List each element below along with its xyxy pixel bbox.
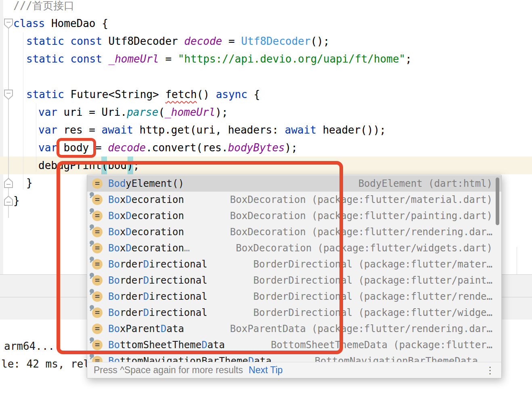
completion-name: BottomNavigationBarThemeData xyxy=(108,355,272,362)
code-line: static const Utf8Decoder decode = Utf8De… xyxy=(26,32,329,50)
code-token: HomeDao { xyxy=(45,17,108,29)
code-token: ; xyxy=(405,53,412,65)
code-token: Future<String> xyxy=(64,88,165,100)
code-token: Utf8Decoder xyxy=(102,35,184,47)
ide-window: ///首页接口class HomeDao {static const Utf8D… xyxy=(0,0,532,397)
code-token: Utf8Decoder xyxy=(241,35,310,47)
popup-scrollbar[interactable] xyxy=(496,178,499,225)
code-token: "https://api.devio.org/uapi/ft/home" xyxy=(178,53,406,65)
console-line: le: 42 ms, rel xyxy=(1,355,90,373)
code-token: parse xyxy=(127,106,158,118)
completion-name-segment: Bo xyxy=(108,355,120,362)
code-line: static const _homeUrl = "https://api.dev… xyxy=(26,50,412,68)
code-token: await xyxy=(102,124,133,136)
indent-guide xyxy=(36,103,36,172)
code-token: bodyBytes xyxy=(228,142,285,154)
code-token: var xyxy=(38,142,57,154)
code-token: uri = Uri. xyxy=(57,106,127,118)
code-token: async xyxy=(216,88,247,100)
popup-footer: Press ^Space again for more results Next… xyxy=(87,362,501,378)
code-token: ); xyxy=(215,106,228,118)
code-token: = xyxy=(159,53,178,65)
code-token: res = xyxy=(57,124,102,136)
code-token: var xyxy=(38,106,57,118)
code-token: await xyxy=(285,124,316,136)
editor-scrollbar-divider xyxy=(517,247,517,274)
completion-tail: BodyElement (dart:html) xyxy=(358,178,492,189)
completion-name-segment: D xyxy=(248,355,254,362)
code-token: class xyxy=(13,17,45,29)
code-token: _homeUrl xyxy=(165,106,215,118)
code-token: var xyxy=(38,124,57,136)
code-line: } xyxy=(26,174,33,192)
fold-marker-up[interactable] xyxy=(4,195,13,207)
code-token: = xyxy=(222,35,241,47)
indent-guide xyxy=(23,32,23,190)
code-token: (); xyxy=(310,35,329,47)
code-token: () xyxy=(197,88,216,100)
code-token: decode xyxy=(184,35,222,47)
code-token: fetch xyxy=(165,88,197,100)
popup-hint-text: Press ^Space again for more results xyxy=(94,365,243,376)
code-line: class HomeDao { xyxy=(13,15,108,32)
completion-item[interactable]: BottomNavigationBarThemeDataBottomNaviga… xyxy=(87,353,501,362)
fold-marker-down[interactable] xyxy=(4,18,13,29)
code-token: { xyxy=(247,88,260,100)
class-icon xyxy=(92,356,103,362)
annotation-box-body xyxy=(57,138,96,158)
editor-gutter xyxy=(0,0,3,274)
code-token: static const xyxy=(26,53,102,65)
code-token: header()); xyxy=(316,124,386,136)
code-token xyxy=(102,53,109,65)
code-token: .convert(res. xyxy=(146,142,228,154)
code-line: static Future<String> fetch() async { xyxy=(26,86,260,103)
next-tip-link[interactable]: Next Tip xyxy=(249,365,283,376)
fold-marker-up[interactable] xyxy=(4,178,13,189)
annotation-box-popup xyxy=(57,161,343,354)
console-line: arm64... xyxy=(4,337,54,355)
code-token: ); xyxy=(285,142,297,154)
code-token: } xyxy=(26,177,33,189)
code-token: } xyxy=(13,194,20,207)
code-token: ( xyxy=(158,106,165,118)
code-line: var res = await http.get(uri, headers: a… xyxy=(38,121,386,139)
code-token: static const xyxy=(26,35,102,47)
code-token: static xyxy=(26,88,64,100)
code-token: _homeUrl xyxy=(109,53,159,65)
code-token: ///首页接口 xyxy=(13,0,74,12)
fold-marker-down[interactable] xyxy=(4,89,13,100)
code-token: decode xyxy=(108,142,146,154)
completion-tail: BottomNavigationBarThemeData xyxy=(314,355,478,362)
completion-name-segment: ata xyxy=(254,355,271,362)
completion-name-segment: ttomNavigationBarTheme xyxy=(120,355,248,362)
code-line: var uri = Uri.parse(_homeUrl); xyxy=(38,103,228,121)
code-line: ///首页接口 xyxy=(13,0,74,15)
more-options-icon[interactable]: ⋮ xyxy=(485,366,495,375)
code-line: } xyxy=(13,192,20,209)
code-token: http.get(uri, headers: xyxy=(133,124,285,136)
